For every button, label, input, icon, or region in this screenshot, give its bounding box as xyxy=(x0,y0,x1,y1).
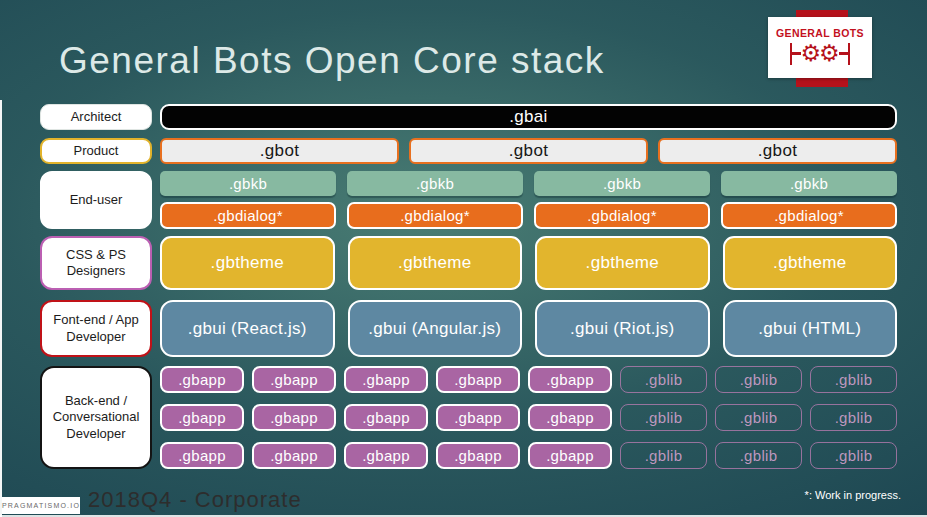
gbtheme-row: .gbtheme .gbtheme .gbtheme .gbtheme xyxy=(160,236,897,290)
gbdialog-box: .gbdialog* xyxy=(534,202,710,229)
gbkb-box: .gbkb xyxy=(534,171,710,196)
gbot-box: .gbot xyxy=(658,138,897,164)
gbtheme-box: .gbtheme xyxy=(535,236,710,290)
gbdialog-box: .gbdialog* xyxy=(347,202,523,229)
gbkb-box: .gbkb xyxy=(160,171,336,196)
gblib-box: .gblib xyxy=(715,442,802,469)
gbdialog-box: .gbdialog* xyxy=(160,202,336,229)
gbapp-gblib-row-3: .gbapp .gbapp .gbapp .gbapp .gbapp .gbli… xyxy=(160,442,897,469)
gblib-box: .gblib xyxy=(810,404,897,431)
gbot-box: .gbot xyxy=(409,138,648,164)
gblib-box: .gblib xyxy=(620,404,707,431)
gbot-row: .gbot .gbot .gbot xyxy=(160,138,897,164)
page-title: General Bots Open Core stack xyxy=(59,40,605,82)
gbapp-box: .gbapp xyxy=(160,366,244,393)
gbui-html-box: .gbui (HTML) xyxy=(723,300,898,357)
gblib-box: .gblib xyxy=(715,404,802,431)
gbapp-box: .gbapp xyxy=(436,442,520,469)
pragmatismo-brand-box: PRAGMATISMO.IO xyxy=(2,497,80,514)
gbapp-box: .gbapp xyxy=(528,366,612,393)
gbapp-box: .gbapp xyxy=(528,404,612,431)
left-edge-line xyxy=(0,100,2,517)
work-in-progress-note: *: Work in progress. xyxy=(805,489,901,501)
gblib-box: .gblib xyxy=(810,366,897,393)
footer-caption: 2018Q4 - Corporate xyxy=(88,487,302,513)
gbapp-box: .gbapp xyxy=(160,442,244,469)
gbtheme-box: .gbtheme xyxy=(160,236,335,290)
gbkb-row: .gbkb .gbkb .gbkb .gbkb xyxy=(160,171,897,196)
gears-icon: ⚙⚙ xyxy=(790,39,850,69)
gbdialog-row: .gbdialog* .gbdialog* .gbdialog* .gbdial… xyxy=(160,202,897,229)
gbtheme-box: .gbtheme xyxy=(723,236,898,290)
gbui-riot-box: .gbui (Riot.js) xyxy=(535,300,710,357)
gbui-row: .gbui (React.js) .gbui (Angular.js) .gbu… xyxy=(160,300,897,357)
slide-background: General Bots Open Core stack GENERAL BOT… xyxy=(0,0,927,517)
gbapp-box: .gbapp xyxy=(252,404,336,431)
gbapp-gblib-row-1: .gbapp .gbapp .gbapp .gbapp .gbapp .gbli… xyxy=(160,366,897,393)
gbkb-box: .gbkb xyxy=(721,171,897,196)
role-label-end-user: End-user xyxy=(40,171,152,229)
role-label-product: Product xyxy=(40,138,152,164)
gblib-box: .gblib xyxy=(810,442,897,469)
gbui-react-box: .gbui (React.js) xyxy=(160,300,335,357)
gbot-box: .gbot xyxy=(160,138,399,164)
role-label-frontend-app-developer: Font-end / App Developer xyxy=(40,300,152,357)
gbapp-box: .gbapp xyxy=(344,404,428,431)
role-label-css-ps-designers: CSS & PS Designers xyxy=(40,236,152,290)
gbapp-box: .gbapp xyxy=(252,442,336,469)
gblib-box: .gblib xyxy=(715,366,802,393)
role-label-backend-conversational-developer: Back-end / Conversational Developer xyxy=(40,366,152,469)
gbui-angular-box: .gbui (Angular.js) xyxy=(348,300,523,357)
gbtheme-box: .gbtheme xyxy=(348,236,523,290)
gbapp-box: .gbapp xyxy=(344,442,428,469)
role-label-architect: Architect xyxy=(40,104,152,130)
gbai-box: .gbai xyxy=(160,104,897,130)
gbapp-gblib-row-2: .gbapp .gbapp .gbapp .gbapp .gbapp .gbli… xyxy=(160,404,897,431)
gbapp-box: .gbapp xyxy=(528,442,612,469)
gbapp-box: .gbapp xyxy=(160,404,244,431)
gbapp-box: .gbapp xyxy=(344,366,428,393)
gbai-row: .gbai xyxy=(160,104,897,130)
gbdialog-box: .gbdialog* xyxy=(721,202,897,229)
gbapp-box: .gbapp xyxy=(436,404,520,431)
gblib-box: .gblib xyxy=(620,442,707,469)
gbapp-box: .gbapp xyxy=(436,366,520,393)
gbapp-box: .gbapp xyxy=(252,366,336,393)
logo-wordmark: GENERAL BOTS xyxy=(776,27,864,39)
gblib-box: .gblib xyxy=(620,366,707,393)
gbkb-box: .gbkb xyxy=(347,171,523,196)
general-bots-logo: GENERAL BOTS ⚙⚙ xyxy=(768,17,872,78)
brand-label: PRAGMATISMO.IO xyxy=(2,502,80,509)
